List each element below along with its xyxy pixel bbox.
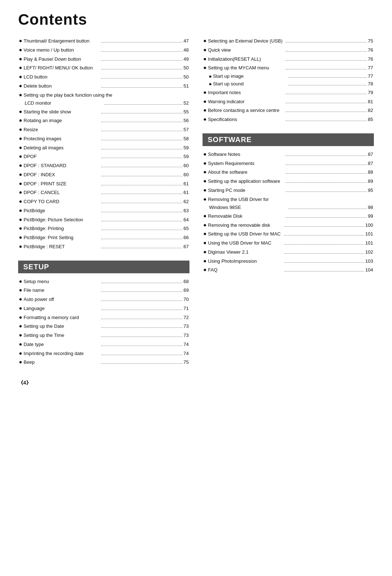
toc-entry-text: ●Voice memo / Up button [19, 45, 100, 55]
toc-entry-text: ●Quick view [203, 45, 285, 55]
toc-entry-text: ●Setting up the USB Driver for MAC [203, 229, 283, 238]
toc-page-num: 47 [184, 37, 189, 45]
toc-page-num: 69 [184, 286, 189, 294]
toc-bullet: ● [19, 37, 22, 44]
list-item: ●Setting up the Time73 [18, 331, 189, 340]
toc-entry-text: ●PictBridge: Picture Selection [19, 215, 100, 224]
toc-bullet: ● [203, 249, 207, 255]
toc-entry-text: ●LCD button [19, 72, 100, 81]
toc-bullet: ● [19, 82, 22, 89]
toc-dots [101, 69, 183, 69]
list-item: ●LCD button50 [18, 72, 189, 81]
toc-dots [101, 248, 183, 248]
toc-dots [286, 69, 367, 69]
toc-entry-text: ●Setting up the Date [19, 322, 100, 331]
toc-bullet: ● [19, 73, 22, 80]
toc-dots [286, 192, 367, 192]
toc-label: Start up sound [213, 81, 244, 86]
toc-entry-text: ●Thumbnail/ Enlargement button [19, 36, 100, 45]
list-item: ●DPOF59 [18, 152, 189, 161]
toc-entry-text: ●Setup menu [19, 277, 100, 286]
toc-bullet: ● [203, 47, 207, 53]
toc-bullet: ● [203, 64, 207, 71]
toc-label: DPOF : INDEX [24, 172, 55, 177]
toc-dots [286, 42, 367, 43]
toc-bullet: ● [19, 126, 22, 132]
toc-bullet: ● [19, 243, 22, 249]
setup-toc-list: ●Setup menu68●File name69●Auto power off… [18, 277, 189, 367]
toc-page-num: 95 [368, 186, 373, 194]
list-item: ●System Requirements87 [203, 159, 374, 168]
toc-label: Voice memo / Up button [24, 47, 74, 53]
toc-label: Setting up the application software [208, 178, 280, 184]
toc-dots [101, 283, 183, 283]
toc-dots [286, 103, 367, 103]
toc-label: Protecting images [24, 136, 61, 141]
toc-page-num: 50 [184, 64, 189, 72]
toc-page-num: 89 [368, 177, 373, 185]
toc-entry-text: ●Beep [19, 358, 100, 367]
toc-page-num: 59 [184, 144, 189, 152]
toc-dots [101, 301, 183, 301]
toc-dots [284, 226, 364, 227]
toc-label: Setup menu [24, 279, 49, 284]
list-item: ●Before contacting a service centre82 [203, 106, 374, 115]
toc-bullet: ● [19, 64, 22, 71]
toc-label: PictBridge: Picture Selection [24, 217, 83, 222]
toc-page-num: 61 [184, 180, 189, 188]
toc-dots [286, 112, 367, 112]
toc-dots [289, 77, 367, 78]
toc-bullet: ● [203, 213, 207, 219]
list-item: ●Selecting an External Device (USB)75 [203, 36, 374, 45]
list-item: ●File name69 [18, 286, 189, 295]
list-item: ●Setting up the MYCAM menu77 [203, 63, 374, 72]
list-item: ●DPOF : PRINT SIZE61 [18, 179, 189, 188]
toc-bullet: ● [19, 56, 22, 62]
toc-label: PictBridge: Print Setting [24, 235, 73, 240]
toc-entry-text: ●Setting up the play back function using… [19, 90, 189, 100]
toc-label: About the software [208, 169, 247, 175]
toc-dots [286, 165, 367, 165]
list-item: ●Specifications85 [203, 115, 374, 124]
toc-dots [101, 346, 183, 346]
list-item: ●Digimax Viewer 2.1102 [203, 247, 374, 257]
toc-dots [286, 173, 367, 174]
toc-label: Delete button [24, 83, 52, 89]
toc-dots [284, 262, 364, 263]
toc-bullet: ● [19, 305, 22, 311]
list-item: ●Formatting a memory card72 [18, 313, 189, 322]
toc-bullet: ● [19, 171, 22, 177]
toc-label: File name [24, 287, 44, 293]
toc-label: Software Notes [208, 152, 240, 157]
toc-label: Beep [24, 359, 34, 365]
list-item: ●COPY TO CARD62 [18, 197, 189, 206]
toc-label: Using PhotoImpression [208, 258, 257, 264]
toc-bullet: ● [19, 225, 22, 231]
toc-label: Specifications [208, 117, 237, 122]
toc-page-num: 87 [368, 160, 373, 167]
toc-dots [101, 319, 183, 319]
toc-entry-text: ●About the software [203, 168, 285, 177]
right-column: ●Selecting an External Device (USB)75●Qu… [203, 36, 374, 370]
left-column: ●Thumbnail/ Enlargement button47●Voice m… [18, 36, 189, 370]
list-item: ●Setting up the application software89 [203, 177, 374, 186]
toc-entry-text: ●DPOF : INDEX [19, 170, 100, 179]
toc-dots [101, 337, 183, 337]
toc-bullet: ● [19, 92, 22, 98]
toc-entry-text: ●Warning indicator [203, 97, 285, 106]
toc-label: Quick view [208, 47, 231, 53]
toc-page-num: 82 [368, 106, 373, 114]
toc-page-num: 75 [184, 358, 189, 366]
list-item: ●Initialization(RESET ALL)76 [203, 55, 374, 64]
list-item: ●DPOF : INDEX60 [18, 170, 189, 179]
toc-dots [101, 113, 183, 113]
toc-dots [101, 239, 183, 239]
toc-label: PictBridge: Printing [24, 226, 64, 231]
list-item: ●Software Notes87 [203, 150, 374, 159]
toc-entry-text: ●Before contacting a service centre [203, 106, 285, 115]
toc-dots [101, 355, 183, 355]
toc-page-num: 64 [184, 216, 189, 223]
toc-label: Starting the slide show [24, 109, 71, 114]
list-item: ●Setting up the USB Driver for MAC101 [203, 229, 374, 238]
toc-page-num: 55 [184, 108, 189, 116]
